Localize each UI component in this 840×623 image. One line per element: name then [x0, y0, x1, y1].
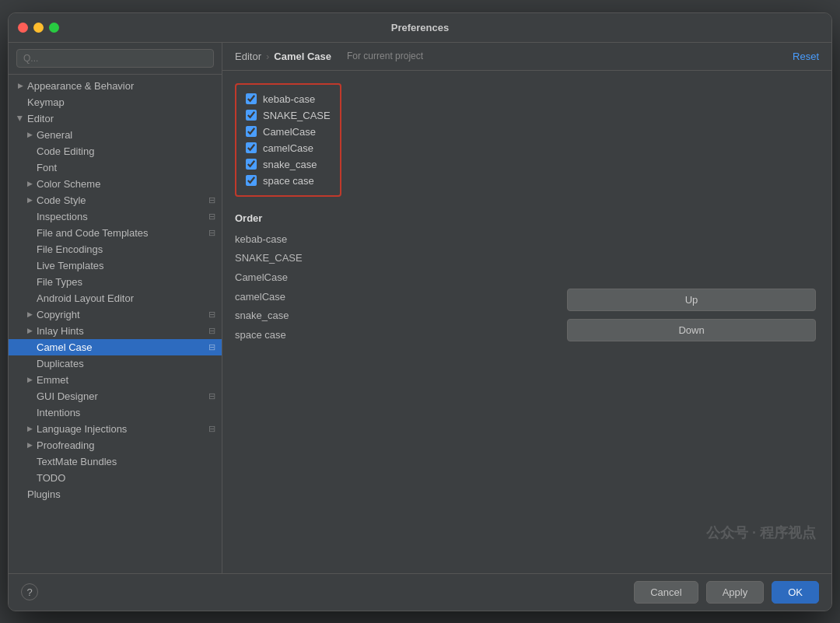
checkbox-label: kebab-case	[263, 93, 315, 105]
sidebar-item-editor[interactable]: ▶Editor	[9, 110, 222, 127]
checkbox-kebab-case[interactable]	[246, 93, 257, 104]
chevron-icon: ▶	[24, 178, 35, 189]
sidebar-item-label: Intentions	[37, 407, 215, 418]
sidebar-item-copyright[interactable]: ▶Copyright⊟	[9, 306, 222, 323]
sidebar-item-label: TODO	[37, 472, 215, 484]
checkbox-label: SNAKE_CASE	[263, 110, 331, 121]
checkbox-snake_case[interactable]	[246, 159, 257, 170]
minimize-button[interactable]	[33, 23, 44, 33]
sidebar-item-label: TextMate Bundles	[37, 456, 215, 467]
help-button[interactable]: ?	[21, 583, 38, 600]
sidebar-item-label: Keymap	[27, 96, 215, 108]
chevron-icon: ▶	[15, 113, 26, 124]
order-buttons: Up Down	[567, 289, 816, 341]
sidebar-item-label: Appearance & Behavior	[27, 80, 215, 92]
sidebar-item-file-types[interactable]: File Types	[9, 274, 222, 290]
checkbox-label: space case	[263, 175, 314, 187]
sidebar-item-gui-designer[interactable]: GUI Designer⊟	[9, 388, 222, 404]
page-icon: ⊟	[208, 391, 215, 401]
checkbox-item: SNAKE_CASE	[246, 107, 331, 124]
ok-button[interactable]: OK	[772, 581, 819, 604]
sidebar-item-inlay-hints[interactable]: ▶Inlay Hints⊟	[9, 323, 222, 339]
page-icon: ⊟	[208, 228, 215, 238]
sidebar-item-label: Code Editing	[37, 145, 215, 157]
sidebar-item-label: Color Scheme	[37, 178, 215, 190]
sidebar-item-todo[interactable]: TODO	[9, 470, 222, 486]
chevron-icon: ▶	[24, 309, 35, 320]
sidebar-item-label: Font	[37, 162, 215, 173]
checkbox-item: kebab-case	[246, 91, 331, 107]
sidebar-item-android-layout-editor[interactable]: Android Layout Editor	[9, 290, 222, 306]
breadcrumb-parent: Editor	[235, 51, 261, 62]
chevron-icon: ▶	[24, 194, 35, 205]
sidebar-item-font[interactable]: Font	[9, 159, 222, 176]
sidebar-item-proofreading[interactable]: ▶Proofreading	[9, 437, 222, 453]
chevron-icon: ▶	[24, 129, 35, 140]
sidebar-item-label: General	[37, 129, 215, 141]
right-panel: Editor › Camel Case For current project …	[222, 43, 831, 573]
apply-button[interactable]: Apply	[706, 581, 765, 604]
footer-left: ?	[21, 583, 38, 600]
sidebar-item-label: Proofreading	[37, 439, 215, 451]
reset-button[interactable]: Reset	[793, 51, 819, 62]
cancel-button[interactable]: Cancel	[634, 581, 698, 604]
checkbox-section: kebab-caseSNAKE_CASECamelCasecamelCasesn…	[235, 83, 341, 197]
chevron-icon: ▶	[24, 374, 35, 385]
checkbox-item: CamelCase	[246, 124, 331, 140]
sidebar-item-general[interactable]: ▶General	[9, 127, 222, 143]
sidebar-item-emmet[interactable]: ▶Emmet	[9, 372, 222, 388]
sidebar-item-appearance-behavior[interactable]: ▶Appearance & Behavior	[9, 78, 222, 94]
checkbox-camelCase[interactable]	[246, 142, 257, 153]
search-bar	[9, 43, 222, 75]
sidebar-item-label: File and Code Templates	[37, 227, 205, 239]
sidebar-item-inspections[interactable]: Inspections⊟	[9, 208, 222, 225]
checkbox-space_case[interactable]	[246, 175, 257, 186]
checkbox-label: snake_case	[263, 159, 317, 170]
page-icon: ⊟	[208, 310, 215, 320]
sidebar-item-label: Code Style	[37, 194, 205, 206]
sidebar-item-plugins[interactable]: Plugins	[9, 486, 222, 502]
sidebar-item-intentions[interactable]: Intentions	[9, 404, 222, 421]
sidebar-item-code-style[interactable]: ▶Code Style⊟	[9, 192, 222, 208]
sidebar-item-label: Copyright	[37, 309, 205, 320]
sidebar-item-duplicates[interactable]: Duplicates	[9, 355, 222, 372]
sidebar-item-file-and-code-templates[interactable]: File and Code Templates⊟	[9, 225, 222, 241]
checkbox-SNAKE_CASE[interactable]	[246, 110, 257, 121]
sidebar-item-label: Inspections	[37, 211, 205, 222]
zoom-button[interactable]	[49, 23, 59, 33]
sidebar-item-label: GUI Designer	[37, 390, 205, 402]
search-input[interactable]	[16, 49, 214, 68]
sidebar-item-code-editing[interactable]: Code Editing	[9, 143, 222, 159]
sidebar-item-file-encodings[interactable]: File Encodings	[9, 241, 222, 257]
page-icon: ⊟	[208, 342, 215, 352]
traffic-lights	[18, 23, 59, 33]
order-list-item: kebab-case	[235, 230, 819, 250]
window-title: Preferences	[391, 22, 449, 33]
breadcrumb-current: Camel Case	[274, 51, 331, 62]
sidebar-item-label: File Types	[37, 276, 215, 288]
page-icon: ⊟	[208, 424, 215, 434]
sidebar-item-label: Language Injections	[37, 423, 205, 435]
sidebar-item-keymap[interactable]: Keymap	[9, 94, 222, 110]
up-button[interactable]: Up	[567, 289, 816, 311]
sidebar-item-label: Duplicates	[37, 358, 215, 369]
sidebar: ▶Appearance & BehaviorKeymap▶Editor▶Gene…	[9, 43, 222, 573]
sidebar-item-color-scheme[interactable]: ▶Color Scheme	[9, 176, 222, 192]
main-content: ▶Appearance & BehaviorKeymap▶Editor▶Gene…	[9, 43, 831, 573]
sidebar-item-live-templates[interactable]: Live Templates	[9, 257, 222, 274]
sidebar-item-camel-case[interactable]: Camel Case⊟	[9, 339, 222, 355]
sidebar-item-language-injections[interactable]: ▶Language Injections⊟	[9, 421, 222, 437]
checkbox-item: snake_case	[246, 156, 331, 173]
checkbox-CamelCase[interactable]	[246, 126, 257, 137]
footer-right: Cancel Apply OK	[634, 581, 819, 604]
order-section-title: Order	[235, 212, 819, 224]
sidebar-item-label: Editor	[27, 113, 215, 124]
down-button[interactable]: Down	[567, 319, 816, 341]
sidebar-tree: ▶Appearance & BehaviorKeymap▶Editor▶Gene…	[9, 75, 222, 573]
sidebar-item-label: Emmet	[37, 374, 215, 386]
close-button[interactable]	[18, 23, 28, 33]
sidebar-item-textmate-bundles[interactable]: TextMate Bundles	[9, 453, 222, 470]
chevron-icon: ▶	[24, 423, 35, 434]
checkbox-label: CamelCase	[263, 126, 316, 138]
checkbox-item: space case	[246, 173, 331, 189]
